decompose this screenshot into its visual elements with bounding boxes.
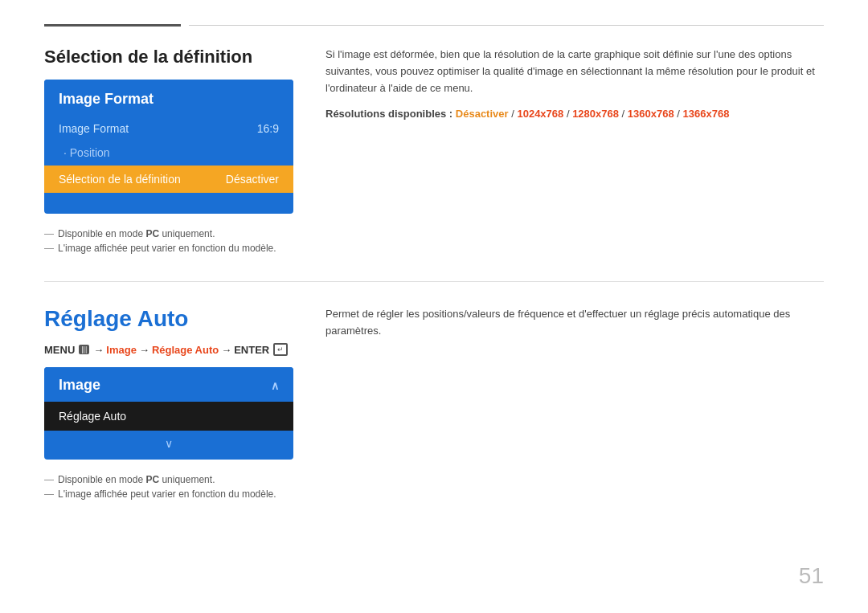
- res-1360: 1360x768: [628, 108, 674, 120]
- selected-item-value: Désactiver: [226, 173, 279, 186]
- note-2-1-text: Disponible en mode PC uniquement.: [58, 474, 215, 485]
- section2-description: Permet de régler les positions/valeurs d…: [326, 306, 824, 340]
- chevron-down-icon: ∨: [165, 437, 173, 450]
- note-2-2-text: L'image affichée peut varier en fonction…: [58, 488, 276, 500]
- menu-box-1: Image Format Image Format 16:9 · Positio…: [44, 80, 293, 214]
- arrow3: →: [221, 344, 231, 356]
- section2-row: Réglage Auto MENU ||| → Image → Réglage …: [44, 306, 824, 503]
- divider-long: [189, 25, 824, 26]
- section2-notes: Disponible en mode PC uniquement. L'imag…: [44, 474, 293, 500]
- note-1-2: L'image affichée peut varier en fonction…: [44, 243, 293, 254]
- menu-box-2-header: Image ∧: [44, 367, 293, 402]
- note-2-2: L'image affichée peut varier en fonction…: [44, 488, 293, 500]
- note-1-1-text: Disponible en mode PC uniquement.: [58, 228, 215, 239]
- res-sep3: /: [622, 108, 628, 120]
- menu-box-1-footer: [44, 193, 293, 214]
- section2-right: Permet de régler les positions/valeurs d…: [326, 306, 824, 503]
- section1-left: Sélection de la définition Image Format …: [44, 47, 293, 257]
- section1-notes: Disponible en mode PC uniquement. L'imag…: [44, 228, 293, 254]
- menu-icon: |||: [79, 345, 89, 354]
- section1-description: Si l'image est déformée, bien que la rés…: [326, 47, 824, 96]
- page-number: 51: [799, 563, 824, 589]
- section1-right: Si l'image est déformée, bien que la rés…: [326, 47, 824, 257]
- divider-short: [44, 24, 181, 27]
- page-container: Sélection de la définition Image Format …: [0, 0, 868, 613]
- menu-item-format-value: 16:9: [257, 122, 279, 135]
- resolutions-label: Résolutions disponibles :: [326, 108, 456, 120]
- menu-item-format-label: Image Format: [59, 122, 129, 135]
- top-dividers: [44, 24, 824, 27]
- selected-item-label: Sélection de la définition: [59, 173, 181, 186]
- note-1-1: Disponible en mode PC uniquement.: [44, 228, 293, 239]
- menu-box-2-selected[interactable]: Réglage Auto: [44, 402, 293, 431]
- chevron-up-icon: ∧: [271, 379, 279, 392]
- res-1366: 1366x768: [683, 108, 730, 120]
- menu-box-1-header: Image Format: [44, 80, 293, 116]
- section1-title: Sélection de la définition: [44, 47, 293, 67]
- enter-keyword: ENTER: [234, 344, 269, 356]
- reglage-auto-label: Réglage Auto: [59, 410, 126, 423]
- menu-keyword: MENU: [44, 344, 75, 356]
- arrow2: →: [139, 344, 149, 356]
- menu-box-2: Image ∧ Réglage Auto ∨: [44, 367, 293, 460]
- section2-left: Réglage Auto MENU ||| → Image → Réglage …: [44, 306, 293, 503]
- resolutions-line: Résolutions disponibles : Désactiver / 1…: [326, 106, 824, 123]
- menu-path: MENU ||| → Image → Réglage Auto → ENTER …: [44, 343, 293, 356]
- res-sep4: /: [677, 108, 682, 120]
- res-1280: 1280x768: [572, 108, 619, 120]
- note-1-2-text: L'image affichée peut varier en fonction…: [58, 243, 276, 254]
- section-separator: [44, 281, 824, 282]
- res-1024: 1024x768: [517, 108, 563, 120]
- enter-icon: ↵: [273, 343, 288, 356]
- image-link: Image: [106, 344, 137, 356]
- menu-box-1-item-format: Image Format 16:9: [44, 116, 293, 141]
- menu-box-1-selected[interactable]: Sélection de la définition Désactiver: [44, 166, 293, 193]
- menu-box-2-title: Image: [59, 377, 100, 394]
- arrow1: →: [93, 344, 104, 356]
- section2-title: Réglage Auto: [44, 306, 293, 332]
- res-desactiver: Désactiver: [456, 108, 509, 120]
- reglage-link: Réglage Auto: [152, 344, 219, 356]
- note-2-1: Disponible en mode PC uniquement.: [44, 474, 293, 485]
- section1-row: Sélection de la définition Image Format …: [44, 47, 824, 257]
- menu-box-2-footer: ∨: [44, 431, 293, 460]
- menu-box-1-item-position: · Position: [44, 141, 293, 166]
